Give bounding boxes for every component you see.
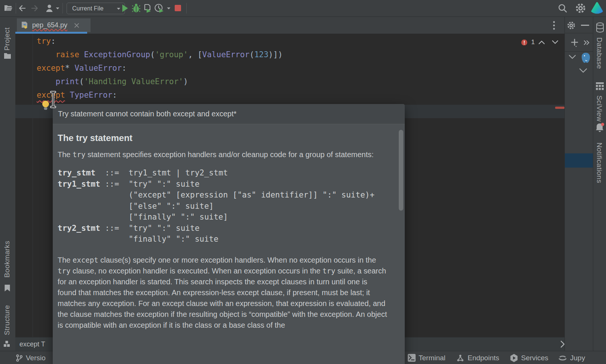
chevron-down-icon [55,6,60,10]
sidebar-item-structure[interactable]: Structure [0,303,15,344]
database-icon [596,22,604,33]
toolbar-separator [186,3,187,13]
text-cursor [50,91,56,108]
chevron-down-icon[interactable] [569,54,576,59]
doc-paragraph: The try statement specifies exception ha… [58,149,388,160]
sidebar-item-database[interactable]: Database [593,21,606,77]
run-configuration-label: Current File [72,5,104,12]
error-indicator-icon [521,39,527,46]
notifications-bell-icon [595,122,605,133]
panel-separator [565,33,593,33]
close-icon[interactable] [74,23,79,28]
tool-window-jupyter[interactable]: Jupy [558,351,585,364]
inspections-widget[interactable]: 1 [521,39,558,46]
stop-button[interactable] [175,5,181,11]
back-button[interactable] [18,4,26,12]
left-tool-window-stripe: Project Bookmarks Structure [0,17,16,351]
terminal-icon [408,354,416,362]
jupyter-icon [558,354,567,363]
services-label: Services [521,354,548,362]
expand-icon[interactable] [584,40,590,45]
panel-selection-highlight [565,153,593,168]
popup-scrollbar[interactable] [399,130,403,211]
tool-window-endpoints[interactable]: Endpoints [456,351,499,364]
editor-tab-bar: pep_654.py [15,17,564,34]
right-tool-window-stripe: Database SciView Notifications [593,17,606,351]
documentation-popup[interactable]: Try statement cannot contain both except… [53,104,405,364]
intention-bulb-icon[interactable] [41,100,50,110]
settings-gear-icon[interactable] [575,3,586,14]
version-control-widget[interactable]: Versio [16,351,46,364]
tab-title: pep_654.py [32,21,67,29]
database-stripe-label: Database [595,36,603,71]
git-branch-icon [16,354,23,362]
toolbox-logo-icon[interactable] [590,1,604,15]
structure-icon [3,340,10,347]
project-folder-icon [4,53,11,59]
python-file-icon [21,21,29,30]
toolbar-separator [16,3,16,13]
inspection-message: Try statement cannot contain both except… [53,104,405,124]
next-error-icon[interactable] [552,40,558,45]
bookmark-icon [4,284,10,292]
profiler-button[interactable] [154,3,171,13]
error-stripe-mark[interactable] [555,107,564,109]
sidebar-item-project[interactable]: Project [0,20,15,76]
error-count: 1 [531,39,535,46]
main-toolbar: Current File [0,0,606,17]
sidebar-item-notifications[interactable]: Notifications [593,121,606,211]
prev-error-icon[interactable] [538,40,545,45]
gutter-divider [33,34,33,337]
chevron-down-icon[interactable] [579,68,587,73]
open-folder-icon[interactable] [4,4,13,12]
doc-paragraph: The except clause(s) specify one or more… [58,255,388,331]
doc-grammar-block: try_stmt ::= try1_stmt | try2_stmt try1_… [58,168,388,245]
postgresql-icon[interactable] [581,52,591,64]
code-content[interactable]: try: raise ExceptionGroup('group', [Valu… [37,34,283,102]
user-profile-button[interactable] [45,3,60,13]
bookmarks-stripe-label: Bookmarks [3,235,11,284]
code-line: except TypeError: [37,88,283,102]
sciview-grid-icon [596,82,604,90]
services-icon [510,354,518,362]
notifications-stripe-label: Notifications [595,136,603,190]
breadcrumb[interactable]: except T [19,337,45,351]
panel-separator [565,51,593,52]
gear-icon[interactable] [567,21,576,30]
structure-stripe-label: Structure [3,303,11,337]
code-line: print('Handling ValueError') [37,75,283,88]
documentation-content: The try statement The try statement spec… [53,125,405,364]
debug-button[interactable] [132,3,141,13]
tool-window-services[interactable]: Services [510,351,548,364]
endpoints-icon [456,354,465,362]
hide-icon[interactable] [581,25,589,26]
forward-button[interactable] [31,4,39,12]
chevron-down-icon [116,7,121,10]
jupyter-label: Jupy [570,354,585,362]
chevron-down-icon [166,6,171,10]
sciview-stripe-label: SciView [595,94,603,123]
sidebar-item-bookmarks[interactable]: Bookmarks [0,232,15,294]
tool-window-terminal[interactable]: Terminal [408,351,446,364]
code-line: try: [37,34,283,48]
code-line: raise ExceptionGroup('group', [ValueErro… [37,48,283,61]
toolbar-separator [62,3,63,13]
user-icon [45,3,55,13]
version-control-label: Versio [26,354,46,362]
code-line: except* ValueError: [37,61,283,75]
run-with-coverage-button[interactable] [143,4,152,13]
tab-pep-654[interactable]: pep_654.py [17,18,91,32]
kebab-menu-icon[interactable] [553,21,556,30]
pycharm-window: Current File [0,0,606,364]
search-everywhere-button[interactable] [557,3,568,13]
database-panel [564,17,593,351]
add-icon[interactable] [571,39,579,48]
endpoints-label: Endpoints [468,354,499,362]
doc-title: The try statement [58,133,388,143]
terminal-label: Terminal [419,354,446,362]
run-button[interactable] [121,4,129,13]
run-configuration-select[interactable]: Current File [67,3,125,14]
project-stripe-label: Project [3,24,11,54]
